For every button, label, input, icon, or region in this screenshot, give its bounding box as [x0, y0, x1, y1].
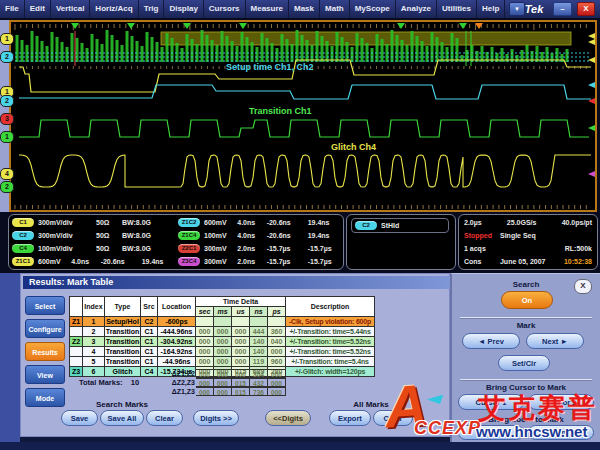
menu-mask[interactable]: Mask — [289, 0, 320, 18]
mark-cell: -600ps — [158, 317, 196, 327]
menu-math[interactable]: Math — [320, 0, 350, 18]
transition-label: Transition Ch1 — [249, 106, 312, 116]
readout-value: -15.7µs — [308, 245, 341, 252]
reference-arrow — [588, 39, 595, 45]
mark-cell: 000 — [196, 327, 214, 337]
mark-cell: 6 — [83, 367, 105, 377]
menu-more-button[interactable]: ▼ — [509, 2, 524, 16]
sidebar-tab-view[interactable]: View — [25, 365, 65, 384]
readout-value: 100mV/div — [38, 245, 96, 252]
channel-marker: 2 — [0, 95, 14, 107]
mark-cell — [232, 317, 250, 327]
mark-cell: 000 — [214, 347, 232, 357]
mark-cell: Z3 — [70, 367, 83, 377]
mark-cell: +/-Transition: time=5.4ns — [286, 357, 375, 367]
menu-cursors[interactable]: Cursors — [204, 0, 246, 18]
mark-row[interactable]: 2TransitionC1-444.96ns000000000444360+/-… — [70, 327, 375, 337]
channel-marker: 2 — [0, 51, 14, 63]
menu-display[interactable]: Display — [164, 0, 203, 18]
dialog-left-margin — [0, 273, 20, 442]
next-mark-button[interactable]: Next ► — [526, 333, 584, 349]
mark-cell — [70, 327, 83, 337]
mark-row[interactable]: Z23TransitionC1-304.92ns000000000140040+… — [70, 337, 375, 347]
menu-trig[interactable]: Trig — [139, 0, 165, 18]
digits-expand-button[interactable]: Digits >> — [193, 410, 239, 426]
mark-cell — [70, 347, 83, 357]
menu-horizacq[interactable]: Horiz/Acq — [90, 0, 138, 18]
delta-summary-row: ΔZ1,Z2000000000304000 — [151, 369, 286, 378]
clear-all-marks-button[interactable]: Clear — [373, 410, 413, 426]
readout-value: BW:8.0G — [122, 245, 166, 252]
clear-search-marks-button[interactable]: Clear — [146, 410, 183, 426]
mark-cell: 119 — [250, 357, 268, 367]
window-close-button[interactable]: X — [577, 2, 595, 16]
divider — [460, 379, 592, 381]
date: June 05, 2007 — [500, 258, 546, 265]
channel-badge: C4 — [12, 244, 34, 253]
zoom1-button[interactable]: Zoom 1 — [458, 425, 524, 440]
readout-row: Z2C1300mV2.0ns-15.7µs-15.7µs — [175, 242, 341, 254]
delta-summary-cell: 015 — [232, 387, 250, 396]
mark-cell — [250, 317, 268, 327]
menu-measure[interactable]: Measure — [246, 0, 289, 18]
menu-help[interactable]: Help — [477, 0, 505, 18]
channel-marker: 1 — [0, 33, 14, 45]
cursor1-button[interactable]: Cursor 1 — [458, 394, 524, 410]
set-clear-mark-button[interactable]: Set/Clr — [498, 355, 550, 371]
mark-cell: 000 — [214, 337, 232, 347]
menu-file[interactable]: File — [0, 0, 25, 18]
mark-cell: -444.96ns — [158, 327, 196, 337]
mark-cell: 444 — [250, 327, 268, 337]
menu-vertical[interactable]: Vertical — [51, 0, 90, 18]
zoom2-button[interactable]: Zoom 2 — [528, 425, 594, 440]
readout-value: 19.4ns — [308, 232, 341, 239]
mark-cell: 000 — [196, 347, 214, 357]
save-button[interactable]: Save — [61, 410, 98, 426]
delta-summary-cell: 000 — [196, 369, 214, 378]
transition-trace-ch1 — [19, 120, 589, 137]
delta-summary-cell: 000 — [196, 378, 214, 387]
column-header: Description — [286, 297, 375, 317]
waveform-svg: Setup time Ch1, Ch2Transition Ch1Glitch … — [11, 22, 595, 210]
resolution: 40.0ps/pt — [562, 219, 592, 226]
mark-row[interactable]: 5TransitionC1-44.96ns000000000119960+/-T… — [70, 357, 375, 367]
menu-bar: FileEditVerticalHoriz/AcqTrigDisplayCurs… — [0, 0, 600, 18]
mark-cell: Setup/Hol — [105, 317, 141, 327]
search-on-button[interactable]: On — [501, 291, 553, 309]
delta-summary-cell: 015 — [232, 378, 250, 387]
menu-utilities[interactable]: Utilities — [437, 0, 477, 18]
menu-myscope[interactable]: MyScope — [350, 0, 396, 18]
divider — [460, 317, 592, 319]
export-button[interactable]: Export — [329, 410, 371, 426]
prev-mark-button[interactable]: ◄ Prev — [462, 333, 520, 349]
unit-header: ns — [250, 307, 268, 317]
column-header: Src — [141, 297, 158, 317]
readout-value: -20.6ns — [267, 232, 308, 239]
trigger-readout: C2 StHld — [351, 218, 449, 233]
waveform-display[interactable]: Setup time Ch1, Ch2Transition Ch1Glitch … — [9, 20, 597, 212]
sidebar-tab-results[interactable]: Results — [25, 342, 65, 361]
readout-value: 300mV/div — [38, 232, 96, 239]
mark-row[interactable]: 4TransitionC1-164.92ns000000000140000+/-… — [70, 347, 375, 357]
digits-collapse-button[interactable]: <<Digits — [265, 410, 311, 426]
all-marks-label: All Marks — [321, 400, 421, 409]
mark-row[interactable]: Z11Setup/HolC2-600ps-Clk, Setup violatio… — [70, 317, 375, 327]
unit-header: us — [232, 307, 250, 317]
sidebar-tab-mode[interactable]: Mode — [25, 388, 65, 407]
channel-badge: Z1C1 — [12, 257, 34, 266]
bottom-ruler — [15, 205, 586, 209]
readout-value: 19.4ns — [142, 258, 175, 265]
channel-badge: Z1C4 — [178, 231, 200, 240]
column-header: Type — [105, 297, 141, 317]
mark-cell — [214, 317, 232, 327]
menu-edit[interactable]: Edit — [25, 0, 51, 18]
cursor2-button[interactable]: Cursor 2 — [528, 394, 594, 410]
mark-cell: C2 — [141, 317, 158, 327]
menu-analyze[interactable]: Analyze — [396, 0, 437, 18]
minimize-button[interactable]: – — [553, 2, 571, 16]
sidebar-tab-configure[interactable]: Configure — [25, 319, 65, 338]
column-header: Time Delta — [196, 297, 286, 307]
readout-row: Z1C2600mV4.0ns-20.6ns19.4ns — [175, 216, 341, 228]
save-all-button[interactable]: Save All — [100, 410, 144, 426]
sidebar-tab-select[interactable]: Select — [25, 296, 65, 315]
